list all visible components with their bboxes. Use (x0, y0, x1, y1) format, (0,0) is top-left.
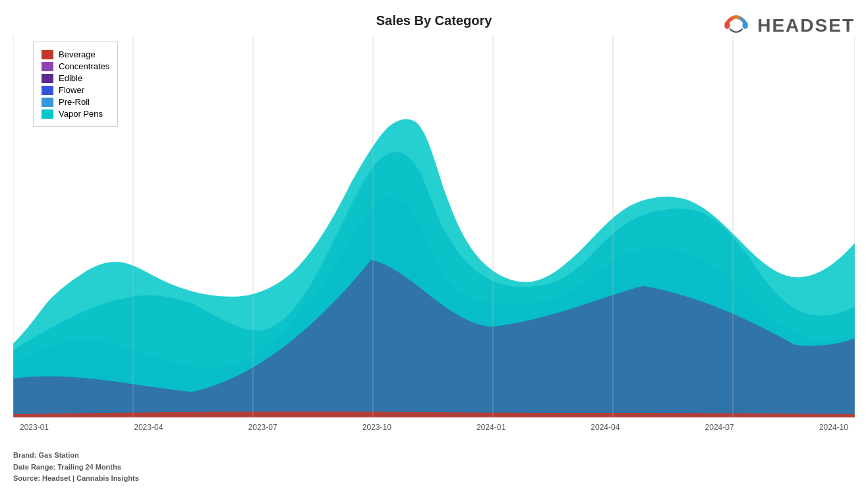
x-axis-labels: 2023-01 2023-04 2023-07 2023-10 2024-01 … (13, 423, 855, 432)
svg-rect-1 (725, 22, 730, 29)
legend-item-vaporpens: Vapor Pens (42, 109, 109, 119)
legend-item-edible: Edible (42, 73, 109, 83)
logo-text: HEADSET (757, 15, 855, 36)
legend-swatch-preroll (42, 98, 53, 107)
footer-source-value: Headset | Cannabis Insights (42, 474, 139, 482)
x-label-6: 2024-07 (705, 423, 734, 432)
chart-legend: Beverage Concentrates Edible Flower Pre-… (33, 42, 118, 127)
legend-swatch-vaporpens (42, 109, 53, 119)
footer-info: Brand: Gas Station Date Range: Trailing … (13, 450, 139, 485)
footer-brand-value: Gas Station (39, 451, 79, 459)
x-label-2: 2023-07 (248, 423, 277, 432)
legend-label-preroll: Pre-Roll (59, 97, 90, 107)
legend-swatch-beverage (42, 50, 53, 59)
legend-swatch-edible (42, 74, 53, 83)
footer-source-label: Source: (13, 474, 40, 482)
legend-item-preroll: Pre-Roll (42, 97, 109, 107)
x-label-3: 2023-10 (362, 423, 391, 432)
x-label-1: 2023-04 (134, 423, 163, 432)
x-label-4: 2024-01 (477, 423, 506, 432)
legend-label-edible: Edible (59, 73, 82, 83)
footer-brand-label: Brand: (13, 451, 36, 459)
footer-date-range-label: Date Range: (13, 463, 55, 471)
footer-date-range: Date Range: Trailing 24 Months (13, 462, 139, 474)
legend-label-vaporpens: Vapor Pens (59, 109, 103, 119)
legend-label-beverage: Beverage (59, 49, 96, 59)
legend-swatch-concentrates (42, 62, 53, 71)
footer-date-range-value: Trailing 24 Months (57, 463, 121, 471)
footer-source: Source: Headset | Cannabis Insights (13, 473, 139, 485)
legend-item-concentrates: Concentrates (42, 61, 109, 71)
footer-brand: Brand: Gas Station (13, 450, 139, 462)
x-label-0: 2023-01 (20, 423, 49, 432)
legend-item-flower: Flower (42, 85, 109, 95)
legend-swatch-flower (42, 86, 53, 95)
legend-label-flower: Flower (59, 85, 84, 95)
chart-area: Beverage Concentrates Edible Flower Pre-… (13, 35, 855, 417)
legend-label-concentrates: Concentrates (59, 61, 109, 71)
area-chart-svg (13, 35, 855, 417)
svg-rect-2 (743, 22, 748, 29)
x-label-7: 2024-10 (819, 423, 848, 432)
chart-container: HEADSET Sales By Category Beverage Conce… (0, 0, 868, 490)
legend-item-beverage: Beverage (42, 49, 109, 59)
x-label-5: 2024-04 (591, 423, 620, 432)
